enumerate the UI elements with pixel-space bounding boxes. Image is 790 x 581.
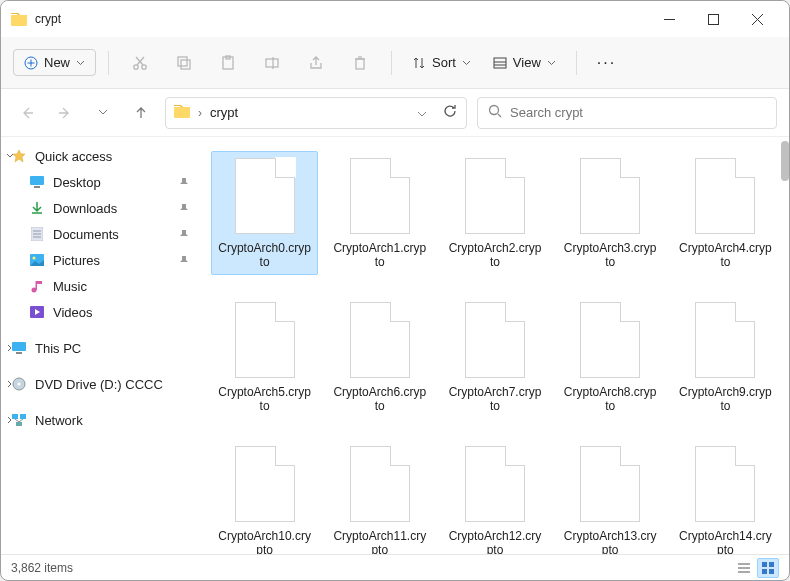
sort-button[interactable]: Sort: [404, 50, 479, 75]
svg-line-47: [15, 419, 19, 422]
file-icon: [232, 301, 298, 379]
folder-icon: [11, 12, 27, 26]
svg-rect-53: [769, 562, 774, 567]
file-item[interactable]: CryptoArch2.crypto: [441, 151, 548, 275]
sidebar-quick-access[interactable]: Quick access: [5, 143, 197, 169]
paste-button[interactable]: [209, 45, 247, 81]
svg-rect-46: [16, 422, 22, 426]
search-box[interactable]: [477, 97, 777, 129]
file-item[interactable]: CryptoArch5.crypto: [211, 295, 318, 419]
file-item[interactable]: CryptoArch12.crypto: [441, 439, 548, 554]
file-name: CryptoArch8.crypto: [563, 385, 658, 413]
details-view-button[interactable]: [733, 558, 755, 578]
sidebar-item-desktop[interactable]: Desktop: [5, 169, 197, 195]
file-name: CryptoArch7.crypto: [447, 385, 542, 413]
delete-button[interactable]: [341, 45, 379, 81]
sidebar-label: Pictures: [53, 253, 100, 268]
chevron-right-icon: [5, 413, 15, 428]
sidebar-item-pictures[interactable]: Pictures: [5, 247, 197, 273]
file-item[interactable]: CryptoArch10.crypto: [211, 439, 318, 554]
svg-rect-54: [762, 569, 767, 574]
maximize-button[interactable]: [691, 4, 735, 34]
file-item[interactable]: CryptoArch0.crypto: [211, 151, 318, 275]
svg-line-48: [19, 419, 23, 422]
file-item[interactable]: CryptoArch3.crypto: [557, 151, 664, 275]
plus-circle-icon: [24, 56, 38, 70]
svg-rect-52: [762, 562, 767, 567]
file-icon: [692, 157, 758, 235]
file-name: CryptoArch3.crypto: [563, 241, 658, 269]
sidebar-item-documents[interactable]: Documents: [5, 221, 197, 247]
file-icon: [232, 157, 298, 235]
chevron-down-icon: [5, 149, 15, 164]
file-icon: [232, 445, 298, 523]
cut-button[interactable]: [121, 45, 159, 81]
svg-rect-2: [708, 14, 718, 24]
file-name: CryptoArch11.crypto: [332, 529, 427, 554]
rename-button[interactable]: [253, 45, 291, 81]
scrollbar[interactable]: [781, 141, 789, 181]
pin-icon: [179, 253, 189, 268]
search-input[interactable]: [510, 105, 766, 120]
svg-rect-45: [20, 414, 26, 419]
view-icon: [493, 56, 507, 70]
sidebar-item-videos[interactable]: Videos: [5, 299, 197, 325]
svg-rect-29: [34, 186, 40, 188]
sidebar: Quick access Desktop Downloads Documents: [1, 137, 201, 554]
chevron-down-icon[interactable]: [417, 104, 427, 122]
file-item[interactable]: CryptoArch4.crypto: [672, 151, 779, 275]
recent-button[interactable]: [89, 99, 117, 127]
icons-view-button[interactable]: [757, 558, 779, 578]
sidebar-dvd[interactable]: DVD Drive (D:) CCCC: [5, 371, 197, 397]
file-item[interactable]: CryptoArch9.crypto: [672, 295, 779, 419]
item-count: 3,862 items: [11, 561, 733, 575]
pin-icon: [179, 201, 189, 216]
forward-button[interactable]: [51, 99, 79, 127]
file-name: CryptoArch1.crypto: [332, 241, 427, 269]
file-icon: [347, 157, 413, 235]
sidebar-label: Network: [35, 413, 83, 428]
up-button[interactable]: [127, 99, 155, 127]
copy-button[interactable]: [165, 45, 203, 81]
divider: [108, 51, 109, 75]
title-bar: crypt: [1, 1, 789, 37]
file-item[interactable]: CryptoArch1.crypto: [326, 151, 433, 275]
address-bar[interactable]: › crypt: [165, 97, 467, 129]
sidebar-item-downloads[interactable]: Downloads: [5, 195, 197, 221]
sidebar-network[interactable]: Network: [5, 407, 197, 433]
share-button[interactable]: [297, 45, 335, 81]
file-item[interactable]: CryptoArch14.crypto: [672, 439, 779, 554]
sidebar-label: Documents: [53, 227, 119, 242]
file-name: CryptoArch10.crypto: [217, 529, 312, 554]
minimize-button[interactable]: [647, 4, 691, 34]
back-button[interactable]: [13, 99, 41, 127]
search-icon: [488, 104, 502, 122]
sidebar-label: Quick access: [35, 149, 112, 164]
breadcrumb-current[interactable]: crypt: [210, 105, 238, 120]
more-button[interactable]: ···: [589, 54, 624, 72]
file-item[interactable]: CryptoArch11.crypto: [326, 439, 433, 554]
sidebar-this-pc[interactable]: This PC: [5, 335, 197, 361]
divider: [391, 51, 392, 75]
file-item[interactable]: CryptoArch7.crypto: [441, 295, 548, 419]
view-button[interactable]: View: [485, 50, 564, 75]
file-icon: [692, 301, 758, 379]
file-icon: [462, 301, 528, 379]
close-button[interactable]: [735, 4, 779, 34]
svg-point-9: [142, 64, 146, 68]
chevron-down-icon: [76, 60, 85, 66]
file-item[interactable]: CryptoArch13.crypto: [557, 439, 664, 554]
file-item[interactable]: CryptoArch8.crypto: [557, 295, 664, 419]
file-name: CryptoArch9.crypto: [678, 385, 773, 413]
svg-rect-37: [36, 281, 38, 290]
file-icon: [577, 157, 643, 235]
main-pane: Quick access Desktop Downloads Documents: [1, 137, 789, 554]
sidebar-item-music[interactable]: Music: [5, 273, 197, 299]
svg-rect-18: [356, 59, 364, 69]
new-button[interactable]: New: [13, 49, 96, 76]
refresh-button[interactable]: [443, 103, 458, 122]
file-pane[interactable]: CryptoArch0.cryptoCryptoArch1.cryptoCryp…: [201, 137, 789, 554]
view-label: View: [513, 55, 541, 70]
file-item[interactable]: CryptoArch6.crypto: [326, 295, 433, 419]
documents-icon: [29, 226, 45, 242]
